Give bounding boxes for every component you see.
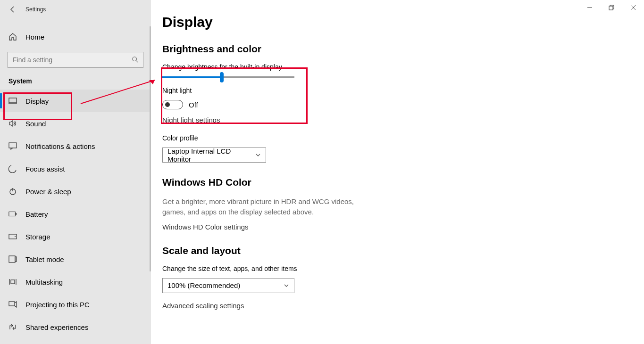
projecting-icon (8, 300, 17, 309)
multitasking-icon (8, 278, 17, 286)
night-light-toggle[interactable] (162, 100, 183, 109)
svg-rect-7 (9, 212, 16, 216)
sidebar-item-label: Projecting to this PC (25, 301, 90, 309)
sidebar-item-label: Focus assist (25, 165, 65, 173)
chevron-down-icon (255, 152, 261, 158)
sidebar-item-battery[interactable]: Battery (0, 203, 151, 225)
toggle-knob (165, 102, 170, 107)
search-icon (132, 56, 138, 64)
maximize-icon (609, 5, 614, 10)
page-title: Display (162, 14, 510, 30)
section-hdcolor: Windows HD Color (162, 177, 510, 188)
arrow-left-icon (9, 6, 17, 13)
close-icon (630, 5, 636, 10)
sidebar-item-label: Battery (25, 210, 48, 218)
sidebar-item-shared-exp[interactable]: Shared experiences (0, 316, 151, 338)
brightness-label: Change brightness for the built-in displ… (162, 63, 510, 71)
sidebar: Settings Home System Display (0, 0, 151, 344)
main-content: Display Brightness and color Change brig… (151, 0, 644, 344)
notifications-icon (8, 142, 17, 150)
storage-icon (8, 232, 17, 241)
focus-assist-icon (8, 164, 17, 173)
night-light-label: Night light (162, 87, 510, 94)
minimize-icon (587, 5, 593, 10)
sidebar-item-storage[interactable]: Storage (0, 225, 151, 248)
sidebar-item-label: Tablet mode (25, 255, 64, 263)
scale-label: Change the size of text, apps, and other… (162, 265, 510, 272)
svg-rect-12 (15, 257, 17, 262)
scale-dropdown[interactable]: 100% (Recommended) (162, 278, 294, 293)
svg-rect-8 (16, 213, 17, 215)
advanced-scaling-link[interactable]: Advanced scaling settings (162, 302, 510, 310)
sidebar-item-power-sleep[interactable]: Power & sleep (0, 180, 151, 203)
titlebar: Settings (0, 0, 151, 19)
hdcolor-desc: Get a brighter, more vibrant picture in … (162, 197, 370, 217)
svg-rect-21 (609, 6, 613, 10)
app-title: Settings (25, 6, 46, 13)
close-button[interactable] (622, 0, 644, 15)
svg-point-0 (133, 57, 137, 61)
svg-rect-2 (9, 98, 17, 103)
sidebar-item-multitasking[interactable]: Multitasking (0, 270, 151, 293)
maximize-button[interactable] (601, 0, 622, 15)
color-profile-value: Laptop Internal LCD Monitor (167, 147, 255, 163)
scale-value: 100% (Recommended) (167, 281, 240, 289)
category-label: System (0, 72, 151, 90)
section-scale: Scale and layout (162, 245, 510, 256)
svg-rect-15 (11, 280, 15, 284)
sidebar-item-projecting[interactable]: Projecting to this PC (0, 293, 151, 316)
slider-thumb[interactable] (220, 72, 224, 82)
sound-icon (8, 119, 17, 128)
display-icon (8, 97, 17, 105)
search-input-wrap[interactable] (8, 52, 143, 68)
sidebar-item-label: Sound (25, 120, 46, 128)
sidebar-item-label: Power & sleep (25, 188, 71, 196)
power-icon (8, 187, 17, 196)
sidebar-item-label: Display (25, 97, 49, 105)
sidebar-item-display[interactable]: Display (0, 90, 151, 112)
sidebar-item-label: Storage (25, 233, 50, 241)
section-brightness: Brightness and color (162, 43, 510, 55)
back-button[interactable] (8, 5, 17, 14)
shared-exp-icon (8, 323, 17, 331)
svg-rect-4 (9, 143, 17, 148)
tablet-icon (8, 255, 17, 263)
sidebar-item-notifications[interactable]: Notifications & actions (0, 135, 151, 157)
sidebar-item-label: Shared experiences (25, 323, 88, 331)
svg-rect-16 (9, 302, 15, 306)
nav-list: Display Sound Notifications & actions Fo… (0, 90, 151, 338)
sidebar-item-label: Multitasking (25, 278, 63, 286)
chevron-down-icon (284, 283, 289, 288)
color-profile-dropdown[interactable]: Laptop Internal LCD Monitor (162, 147, 266, 163)
hdcolor-link[interactable]: Windows HD Color settings (162, 223, 510, 231)
brightness-slider[interactable] (162, 76, 294, 78)
window-controls (579, 0, 644, 15)
search-input[interactable] (13, 56, 125, 64)
color-profile-label: Color profile (162, 134, 510, 142)
sidebar-item-sound[interactable]: Sound (0, 112, 151, 135)
home-label: Home (25, 33, 44, 41)
battery-icon (8, 210, 17, 218)
night-light-settings-link[interactable]: Night light settings (162, 116, 510, 124)
svg-line-1 (136, 60, 138, 62)
home-button[interactable]: Home (0, 25, 151, 48)
svg-rect-11 (9, 256, 15, 262)
svg-point-10 (15, 236, 16, 237)
sidebar-item-label: Notifications & actions (25, 142, 95, 150)
minimize-button[interactable] (579, 0, 601, 15)
night-light-state: Off (189, 101, 198, 109)
sidebar-item-focus-assist[interactable]: Focus assist (0, 157, 151, 180)
sidebar-item-tablet-mode[interactable]: Tablet mode (0, 248, 151, 270)
slider-fill (162, 76, 222, 78)
home-icon (8, 33, 17, 41)
